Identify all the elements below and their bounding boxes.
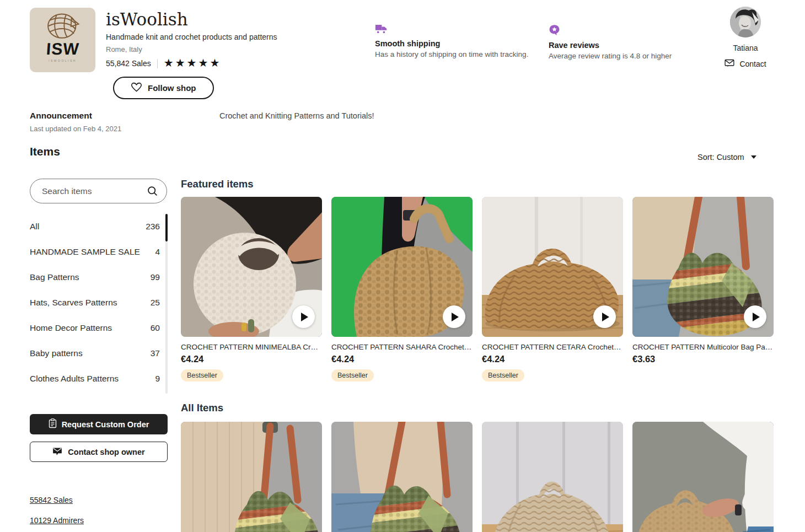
contact-shop-owner-label: Contact shop owner (68, 448, 144, 456)
perk-smooth-shipping: Smooth shipping Has a history of shippin… (375, 24, 546, 58)
product-card: CROCHET PATTERN CETARA Crochet B... €4.2… (482, 197, 623, 381)
product-image[interactable] (482, 197, 623, 337)
shop-logo[interactable]: ISW ISWOOLISH (30, 8, 95, 72)
play-icon (452, 313, 459, 321)
product-title[interactable]: CROCHET PATTERN MINIMEALBA Croc... (181, 343, 322, 351)
category-label: Baby patterns (30, 348, 83, 358)
product-image[interactable] (331, 197, 473, 337)
all-items-heading: All Items (181, 402, 223, 414)
logo-initials: ISW (46, 41, 80, 57)
shop-name: isWoolish (106, 10, 277, 29)
category-bag-patterns[interactable]: Bag Patterns 99 (30, 265, 160, 290)
search-icon[interactable] (147, 185, 158, 199)
rating-stars[interactable]: ★★★★★ (164, 57, 222, 68)
chat-star-icon (549, 28, 560, 37)
category-count: 9 (155, 374, 160, 384)
yarn-ball-icon (43, 12, 83, 43)
follow-shop-button[interactable]: Follow shop (113, 77, 214, 99)
category-list: All 236 HANDMADE SAMPLE SALE 4 Bag Patte… (30, 214, 160, 391)
sort-label: Sort: Custom (697, 153, 744, 162)
announcement-block: Announcement Last updated on Feb 4, 2021 (30, 111, 121, 133)
sort-dropdown[interactable]: Sort: Custom (697, 153, 756, 162)
category-label: Bag Patterns (30, 272, 79, 282)
category-count: 236 (146, 222, 160, 232)
search-box (30, 179, 167, 203)
bestseller-badge: Bestseller (181, 369, 223, 381)
category-scrollbar[interactable] (165, 214, 168, 394)
perk-title: Rave reviews (549, 41, 720, 50)
envelope-icon (724, 59, 734, 69)
featured-items-heading: Featured items (181, 178, 254, 190)
shop-page: ISW ISWOOLISH isWoolish Handmade knit an… (0, 0, 805, 532)
product-image[interactable] (482, 422, 623, 532)
bestseller-badge: Bestseller (331, 369, 374, 381)
logo-wordmark: ISWOOLISH (49, 59, 77, 62)
product-card: CROCHET PATTERN SAHARA Crochet B... €4.2… (331, 197, 473, 381)
category-hats-scarves-patterns[interactable]: Hats, Scarves Patterns 25 (30, 290, 160, 315)
category-baby-patterns[interactable]: Baby patterns 37 (30, 341, 160, 366)
play-button[interactable] (593, 305, 616, 328)
perk-title: Smooth shipping (375, 39, 546, 48)
product-title[interactable]: CROCHET PATTERN CETARA Crochet B... (482, 343, 623, 351)
perk-desc: Average review rating is 4.8 or higher (549, 52, 720, 60)
follow-shop-label: Follow shop (148, 83, 196, 93)
envelope-icon (52, 447, 62, 457)
sales-link[interactable]: 55842 Sales (30, 496, 73, 504)
category-label: All (30, 222, 39, 232)
owner-block: Tatiana Contact (715, 7, 776, 69)
category-count: 99 (151, 272, 160, 282)
product-title[interactable]: CROCHET PATTERN SAHARA Crochet B... (331, 343, 473, 351)
clipboard-icon (49, 418, 57, 430)
scrollbar-thumb[interactable] (165, 214, 168, 241)
product-image[interactable] (331, 422, 473, 532)
play-icon (301, 313, 308, 321)
category-label: Clothes Adults Patterns (30, 374, 119, 384)
product-card (482, 422, 623, 532)
category-clothes-adults-patterns[interactable]: Clothes Adults Patterns 9 (30, 366, 160, 391)
heart-icon (131, 82, 142, 95)
featured-items-row: CROCHET PATTERN MINIMEALBA Croc... €4.24… (181, 197, 774, 381)
shop-info: isWoolish Handmade knit and crochet prod… (106, 10, 277, 68)
perk-rave-reviews: Rave reviews Average review rating is 4.… (549, 24, 720, 60)
category-count: 4 (155, 247, 160, 257)
contact-shop-owner-button[interactable]: Contact shop owner (30, 442, 168, 462)
category-all[interactable]: All 236 (30, 214, 160, 239)
category-home-decor-patterns[interactable]: Home Decor Patterns 60 (30, 315, 160, 341)
bestseller-badge: Bestseller (482, 369, 524, 381)
product-card (632, 422, 774, 532)
product-price: €3.63 (632, 354, 774, 364)
product-image[interactable] (632, 197, 774, 337)
contact-button[interactable]: Contact (724, 59, 766, 69)
product-image[interactable] (181, 422, 322, 532)
caret-down-icon (751, 155, 756, 159)
perk-desc: Has a history of shipping on time with t… (375, 50, 546, 58)
product-price: €4.24 (181, 354, 322, 364)
product-card (331, 422, 473, 532)
admirers-link[interactable]: 10129 Admirers (30, 516, 84, 525)
product-image[interactable] (632, 422, 774, 532)
truck-icon (375, 26, 388, 36)
category-count: 37 (151, 348, 160, 358)
play-button[interactable] (292, 305, 315, 328)
owner-avatar[interactable] (730, 7, 761, 37)
product-price: €4.24 (331, 354, 473, 364)
product-image[interactable] (181, 197, 322, 337)
owner-name: Tatiana (733, 44, 758, 52)
items-heading: Items (30, 145, 60, 158)
category-count: 60 (151, 323, 160, 333)
request-custom-order-label: Request Custom Order (62, 420, 149, 429)
play-icon (602, 313, 609, 321)
product-price: €4.24 (482, 354, 623, 364)
product-title[interactable]: CROCHET PATTERN Multicolor Bag Patt... (632, 343, 774, 351)
play-button[interactable] (443, 305, 465, 328)
product-card: CROCHET PATTERN MINIMEALBA Croc... €4.24… (181, 197, 322, 381)
category-count: 25 (151, 298, 160, 308)
play-icon (753, 313, 760, 321)
play-button[interactable] (744, 305, 766, 328)
category-label: Home Decor Patterns (30, 323, 112, 333)
category-handmade-sample-sale[interactable]: HANDMADE SAMPLE SALE 4 (30, 239, 160, 265)
request-custom-order-button[interactable]: Request Custom Order (30, 414, 168, 434)
sales-count[interactable]: 55,842 Sales (106, 59, 151, 68)
announcement-text: Crochet and Knitting Patterns and Tutori… (219, 111, 374, 120)
product-card: CROCHET PATTERN Multicolor Bag Patt... €… (632, 197, 774, 381)
